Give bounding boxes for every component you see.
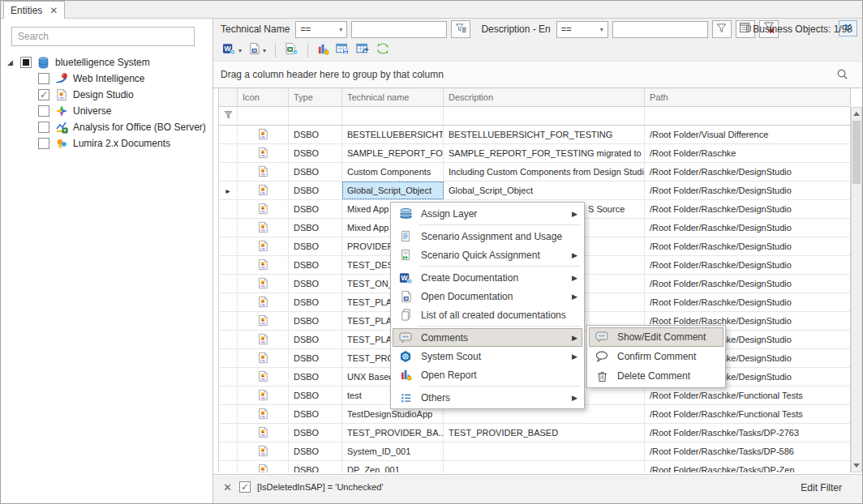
table-row[interactable]: DSBOSAMPLE_REPORT_FO...SAMPLE_REPORT_FOR… [219,144,850,163]
row-technical-name-cell[interactable]: SAMPLE_REPORT_FO... [342,144,444,162]
column-header-technical-name[interactable]: Technical name [342,88,444,106]
tree-item-universe[interactable]: Universe [1,103,213,119]
tree-item-checkbox[interactable] [38,138,49,149]
close-icon[interactable]: ✕ [223,481,232,493]
context-menu-item-system-scout[interactable]: System Scout▶ [393,347,582,365]
filter-enabled-checkbox[interactable] [239,481,251,493]
edit-filter-button[interactable]: Edit Filter [801,482,842,493]
row-type-cell[interactable]: DSBO [289,126,342,143]
close-icon[interactable]: ✕ [49,6,58,15]
row-type-cell[interactable]: DSBO [289,200,342,218]
filter-panel-button[interactable] [736,20,755,38]
filter2-value-input[interactable] [612,21,708,38]
tree-item-checkbox[interactable] [38,73,49,84]
vertical-scrollbar[interactable] [851,107,862,472]
context-menu-item-open-report[interactable]: Open Report [393,365,582,384]
context-menu-item-scenario-assignment-and-usage[interactable]: Scenario Assignment and Usage [393,227,582,246]
row-path-cell[interactable]: /Root Folder/Raschke/Tasks/DP-586 [645,442,851,460]
filter2-apply-button[interactable] [712,20,732,38]
tree-expander-icon[interactable]: ◢ [7,59,15,66]
chevron-down-icon[interactable]: ▾ [263,47,266,54]
table-row[interactable]: DSBOTEST_PROVIDER_BA...TEST_PROVIDER_BAS… [219,424,850,442]
chevron-down-icon[interactable]: ▾ [238,47,242,54]
context-menu-item-assign-layer[interactable]: Assign Layer▶ [393,204,582,223]
row-type-cell[interactable]: DSBO [289,349,342,367]
scrollbar-thumb[interactable] [852,121,861,184]
row-type-cell[interactable]: DSBO [289,331,342,348]
toolbar-button-refresh[interactable] [374,41,392,59]
filter2-operator-select[interactable]: == ▾ [556,21,608,38]
groupby-bar[interactable]: Drag a column header here to group by th… [213,62,863,88]
tab-entities[interactable]: Entities ✕ [3,1,65,19]
submenu-item-confirm-comment[interactable]: Confirm Comment [589,347,723,366]
row-type-cell[interactable]: DSBO [289,237,342,255]
toolbar-button-word-document[interactable]: w▾ [246,41,268,59]
row-description-cell[interactable] [444,461,645,472]
row-description-cell[interactable]: BESTELLUEBERSICHT_FOR_TESTING [444,126,645,143]
filter1-apply-button[interactable] [451,20,470,38]
toolbar-button-word-export[interactable]: W▾ [220,41,244,59]
row-technical-name-cell[interactable]: Custom Components [342,163,444,181]
row-path-cell[interactable]: /Root Folder/Raschke/DesignStudio [645,293,851,311]
submenu-item-delete-comment[interactable]: Delete Comment [589,366,723,386]
context-menu-item-create-documentation[interactable]: WCreate Documentation▶ [393,268,582,287]
toolbar-button-excel-export[interactable] [282,41,301,59]
filter-cell-description[interactable] [444,107,645,125]
row-description-cell[interactable]: Global_Script_Object [444,182,645,199]
table-row[interactable]: DSBOBESTELLUEBERSICHT...BESTELLUEBERSICH… [219,126,850,144]
submenu-item-show-edit-comment[interactable]: Show/Edit Comment [589,327,723,347]
tree-item-design-studio[interactable]: Design Studio [1,87,213,103]
row-type-cell[interactable]: DSBO [289,163,342,181]
row-path-cell[interactable]: /Root Folder/Raschke/Tasks/DP-2763 [645,424,851,442]
toolbar-button-chart[interactable] [315,41,332,59]
filter1-operator-select[interactable]: == ▾ [295,21,347,38]
row-type-cell[interactable]: DSBO [289,387,342,404]
filter-cell-type[interactable] [289,107,342,125]
row-type-cell[interactable]: DSBO [289,219,342,237]
context-menu-item-scenario-quick-assignment[interactable]: Scenario Quick Assignment▶ [393,246,582,264]
row-type-cell[interactable]: DSBO [289,405,342,423]
grid-filter-row[interactable] [218,107,851,126]
row-path-cell[interactable]: /Root Folder/Raschke/DesignStudio [645,275,851,293]
row-type-cell[interactable]: DSBO [289,461,342,472]
row-path-cell[interactable]: /Root Folder/Raschke/DesignStudio [645,256,851,274]
filter-cell-path[interactable] [645,107,852,125]
column-header-icon[interactable]: Icon [238,88,289,106]
tree-item-lumira-2-x-documents[interactable]: Lumira 2.x Documents [1,135,213,152]
row-type-cell[interactable]: DSBO [289,442,342,460]
row-technical-name-cell[interactable]: Global_Script_Object [342,182,444,199]
scroll-down-button[interactable] [852,459,861,472]
row-type-cell[interactable]: DSBO [289,182,342,199]
column-header-description[interactable]: Description [444,88,645,106]
context-menu-item-list-of-all-created-documentations[interactable]: List of all created documentations [393,305,582,324]
row-description-cell[interactable]: Including Custom Components from Design … [444,163,645,181]
tree-root-checkbox[interactable] [20,57,32,68]
row-path-cell[interactable]: /Root Folder/Raschke/DesignStudio [645,200,851,218]
table-row[interactable]: ▸DSBOGlobal_Script_ObjectGlobal_Script_O… [219,182,850,200]
row-type-cell[interactable]: DSBO [289,256,342,274]
context-menu-item-open-documentation[interactable]: wOpen Documentation▶ [393,287,582,305]
toolbar-button-table-save[interactable] [333,41,352,59]
row-path-cell[interactable]: /Root Folder/Raschke [645,144,851,162]
row-path-cell[interactable]: /Root Folder/Raschke/DesignStudio [645,219,851,237]
search-input[interactable] [11,27,195,46]
context-menu-item-others[interactable]: Others▶ [393,388,582,407]
row-type-cell[interactable]: DSBO [289,144,342,162]
row-description-cell[interactable]: SAMPLE_REPORT_FOR_TESTING migrated to sa… [444,144,645,162]
row-path-cell[interactable]: /Root Folder/Raschke/DesignStudio [645,182,851,199]
filter-cell-icon[interactable] [238,107,289,125]
search-icon[interactable] [836,68,848,83]
row-technical-name-cell[interactable]: BESTELLUEBERSICHT... [342,126,444,143]
row-type-cell[interactable]: DSBO [289,312,342,330]
table-row[interactable]: DSBODP_Zen_001/Root Folder/Raschke/Tasks… [219,461,850,472]
row-path-cell[interactable]: /Root Folder/Visual Difference [645,126,851,143]
context-menu-item-comments[interactable]: Comments▶ [393,328,582,347]
tree-item-web-intelligence[interactable]: Web Intelligence [1,70,213,87]
row-path-cell[interactable]: /Root Folder/Raschke/Functional Tests [645,387,851,404]
tree-item-root[interactable]: ◢bluetelligence System [1,54,213,70]
column-header-path[interactable]: Path [645,88,852,106]
tree-item-checkbox[interactable] [38,122,49,133]
table-row[interactable]: DSBOCustom ComponentsIncluding Custom Co… [219,163,850,182]
tree-item-checkbox[interactable] [38,89,49,100]
toolbar-button-table-export[interactable] [354,41,372,59]
